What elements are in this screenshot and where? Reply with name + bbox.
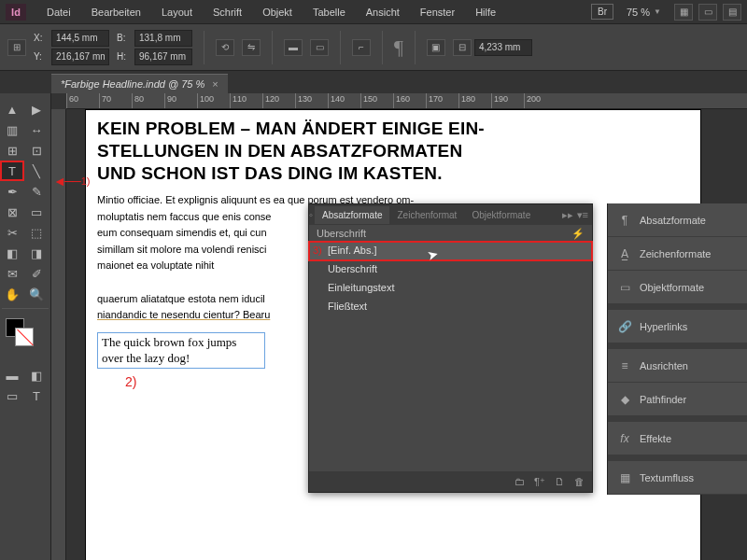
rotate-icon[interactable]: ⟲	[216, 39, 234, 56]
tab-absatzformate[interactable]: Absatzformate	[315, 206, 389, 224]
menu-objekt[interactable]: Objekt	[253, 3, 302, 21]
right-panel-dock: ¶Absatzformate A̲Zeichenformate ▭Objektf…	[607, 203, 747, 495]
clear-icon[interactable]: ¶⁺	[534, 476, 545, 488]
stroke-swatch[interactable]	[15, 328, 34, 346]
gradient-feather-tool[interactable]: ◨	[24, 243, 49, 263]
tab-zeichenformat[interactable]: Zeichenformat	[389, 206, 464, 224]
headline-text[interactable]: KEIN PROBLEM – MAN ÄNDERT EINIGE EIN- ST…	[97, 118, 689, 184]
direct-selection-tool[interactable]: ▶	[24, 99, 49, 119]
style-fliesstext[interactable]: Fließtext	[309, 298, 592, 316]
flip-h-icon[interactable]: ⇋	[242, 39, 261, 56]
panel-menu-icon[interactable]: ▾≡	[577, 209, 588, 221]
screen-mode-icon[interactable]: ▭	[698, 4, 717, 21]
menu-bearbeiten[interactable]: Bearbeiten	[82, 3, 150, 21]
menu-fenster[interactable]: Fenster	[411, 3, 464, 21]
folder-icon[interactable]: 🗀	[514, 476, 525, 487]
line-tool[interactable]: ╲	[24, 161, 49, 181]
ruler-tick: 110	[230, 93, 262, 109]
menu-schrift[interactable]: Schrift	[204, 3, 251, 21]
collapse-icon[interactable]: ▸▸	[562, 209, 573, 221]
reference-point-icon[interactable]: ⊞	[7, 39, 26, 56]
content-collector-tool[interactable]: ⊞	[0, 140, 24, 161]
dock-pathfinder[interactable]: ◆Pathfinder	[608, 383, 747, 416]
body-line: quaerum aliatatque estota nem iducil	[97, 293, 265, 304]
arrange-icon[interactable]: ▤	[723, 4, 741, 21]
dock-effekte[interactable]: fxEffekte	[608, 422, 747, 455]
close-tab-icon[interactable]: ×	[212, 78, 218, 90]
text-wrap-icon[interactable]: ▣	[427, 39, 445, 56]
bridge-button[interactable]: Br	[591, 4, 613, 20]
selection-tool[interactable]: ▲	[0, 99, 24, 119]
dock-zeichenformate[interactable]: A̲Zeichenformate	[608, 237, 747, 271]
fill-icon[interactable]: ▬	[284, 39, 303, 56]
menu-hilfe[interactable]: Hilfe	[466, 3, 505, 21]
normal-view-icon[interactable]: ▭	[0, 385, 24, 406]
pen-tool[interactable]: ✒	[0, 181, 24, 202]
menu-datei[interactable]: Datei	[37, 3, 80, 21]
paragraph-format-icon[interactable]: ¶	[394, 35, 403, 60]
link-icon: 🔗	[617, 319, 632, 334]
corner-icon[interactable]: ⌐	[352, 39, 371, 56]
ruler-tick: 90	[164, 93, 197, 109]
formatting-affects-text-icon[interactable]: T	[24, 385, 49, 406]
stroke-icon[interactable]: ▭	[310, 39, 329, 56]
pencil-tool[interactable]: ✎	[24, 181, 49, 202]
ruler-tick: 100	[197, 93, 230, 109]
zoom-level[interactable]: 75 %▼	[619, 5, 669, 20]
apply-color-icon[interactable]: ▬	[0, 365, 24, 385]
dock-absatzformate[interactable]: ¶Absatzformate	[608, 203, 747, 237]
dock-label: Pathfinder	[640, 394, 686, 405]
rectangle-frame-tool[interactable]: ⊠	[0, 202, 24, 222]
y-input[interactable]	[51, 49, 109, 65]
hand-tool[interactable]: ✋	[0, 284, 24, 304]
style-uberschrift[interactable]: Uberschrift	[309, 260, 592, 279]
body-line: eum consequam simendis et, qui cun	[97, 227, 267, 238]
horizontal-ruler[interactable]: 60 70 80 90 100 110 120 130 140 150 160 …	[66, 93, 747, 109]
free-transform-tool[interactable]: ⬚	[24, 222, 49, 243]
fill-stroke-swatch[interactable]	[0, 316, 50, 357]
dock-objektformate[interactable]: ▭Objektformate	[608, 271, 747, 304]
x-label: X:	[34, 33, 49, 43]
content-placer-tool[interactable]: ⊡	[24, 140, 49, 161]
menubar: Id Datei Bearbeiten Layout Schrift Objek…	[0, 0, 747, 24]
style-einleitungstext[interactable]: Einleitungstext	[309, 279, 592, 298]
page-tool[interactable]: ▥	[0, 119, 24, 140]
pathfinder-icon: ◆	[617, 392, 632, 407]
note-tool[interactable]: ✉	[0, 263, 24, 284]
align-icon: ≡	[617, 358, 632, 373]
menu-tabelle[interactable]: Tabelle	[303, 3, 355, 21]
document-tabbar: *Farbige Headline.indd @ 75 % ×	[0, 71, 747, 93]
control-panel: ⊞ X: Y: B: H: ⟲ ⇋ ▬ ▭ ⌐ ¶ ▣ ⊟	[0, 24, 747, 71]
tab-objektformate[interactable]: Objektformate	[464, 206, 538, 224]
scissors-tool[interactable]: ✂	[0, 222, 24, 243]
tools-panel: ▲▶ ▥↔ ⊞⊡ T╲ ✒✎ ⊠▭ ✂⬚ ◧◨ ✉✐ ✋🔍 ▬◧ ▭T	[0, 93, 51, 560]
w-input[interactable]	[134, 30, 192, 47]
new-style-icon[interactable]: 🗋	[555, 476, 565, 487]
stroke-weight-icon: ⊟	[453, 39, 472, 56]
h-input[interactable]	[134, 49, 192, 65]
menu-ansicht[interactable]: Ansicht	[357, 3, 409, 21]
view-options-icon[interactable]: ▦	[674, 4, 693, 21]
rectangle-tool[interactable]: ▭	[24, 202, 49, 222]
style-basic-paragraph[interactable]: [Einf. Abs.]	[309, 242, 592, 260]
chevron-down-icon: ▼	[654, 7, 661, 16]
delete-style-icon[interactable]: 🗑	[574, 476, 585, 487]
document-tab[interactable]: *Farbige Headline.indd @ 75 % ×	[51, 74, 228, 93]
ruler-tick: 160	[393, 93, 426, 109]
gradient-swatch-tool[interactable]: ◧	[0, 243, 24, 263]
x-input[interactable]	[51, 30, 109, 47]
apply-gradient-icon[interactable]: ◧	[24, 365, 49, 385]
clear-override-icon[interactable]: ⚡	[571, 228, 585, 238]
dock-hyperlinks[interactable]: 🔗Hyperlinks	[608, 310, 747, 343]
sample-text-frame[interactable]: The quick brown fox jumps over the lazy …	[97, 332, 265, 370]
dock-textumfluss[interactable]: ▦Textumfluss	[608, 461, 747, 495]
type-tool[interactable]: T	[0, 161, 24, 181]
document-tab-title: *Farbige Headline.indd @ 75 %	[61, 78, 204, 90]
eyedropper-tool[interactable]: ✐	[24, 263, 49, 284]
stroke-weight-input[interactable]	[474, 39, 532, 56]
zoom-tool[interactable]: 🔍	[24, 284, 49, 304]
gap-tool[interactable]: ↔	[24, 119, 49, 140]
dock-ausrichten[interactable]: ≡Ausrichten	[608, 349, 747, 383]
menu-layout[interactable]: Layout	[152, 3, 202, 21]
paragraph-styles-panel[interactable]: ◦ Absatzformate Zeichenformat Objektform…	[308, 203, 593, 493]
